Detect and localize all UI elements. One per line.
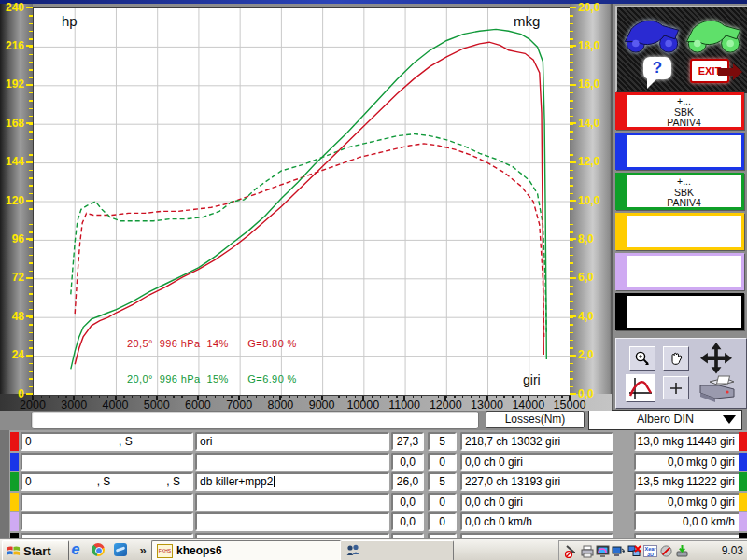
internet-explorer-icon[interactable]: e: [67, 541, 84, 558]
power-result: 0,0 ch 0 giri: [460, 453, 613, 471]
hp-tick: [26, 161, 33, 163]
readout-bar[interactable]: [31, 411, 479, 429]
power-result: 0,0 ch 0 giri: [460, 493, 613, 511]
command-panel: ? EXIT: [615, 6, 747, 93]
run-label-field[interactable]: [195, 493, 389, 511]
run-name-field[interactable]: [21, 453, 193, 471]
memory-slot-4[interactable]: [615, 213, 744, 250]
volume-blocked-icon[interactable]: [659, 544, 673, 558]
hp-tick-label: 24: [0, 349, 24, 361]
taskbar: Start e» FKHS kheops6 Xear3D9.03: [0, 538, 747, 560]
runs-table: 0 , Sori27,35218,7 ch 13032 giri13,0 mkg…: [0, 430, 747, 538]
zoom-tool-button[interactable]: [629, 346, 655, 371]
display-color-icon[interactable]: [596, 544, 610, 558]
torque-result: 13,0 mkg 11448 giri: [634, 432, 740, 451]
mkg-tick: [570, 238, 576, 240]
run-name-field[interactable]: [21, 493, 193, 511]
slot-color-bar: [615, 92, 624, 130]
run-name-field[interactable]: [21, 512, 193, 531]
add-tool-button[interactable]: [663, 376, 689, 399]
curve-tool-button[interactable]: [626, 374, 655, 402]
run-conditions-red: 20,5° 996 hPa 14% G=8.80 %: [127, 338, 297, 349]
slot-color-bar: [615, 173, 624, 210]
run-label-field[interactable]: db killer+mpp2: [195, 472, 389, 491]
media-app-icon[interactable]: [112, 541, 129, 558]
hp-tick: [26, 315, 33, 317]
rpm-tick-label: 5000: [136, 399, 177, 412]
table-row: 0,000,0 ch 0 km/h0,0 0 km/h: [0, 512, 747, 531]
table-row: 0,000,0 ch 0 giri0,0 mkg 0 giri: [0, 493, 747, 511]
run-color-chip: [739, 432, 747, 451]
runs-count[interactable]: 5: [428, 432, 457, 451]
task-label: kheops6: [176, 544, 222, 557]
slot-color-bar: [615, 293, 624, 330]
xear-3d-icon[interactable]: Xear3D: [643, 544, 657, 558]
pan-tool-button[interactable]: [663, 346, 689, 371]
exit-button[interactable]: EXIT: [690, 59, 742, 85]
rpm-tick-label: 8000: [260, 399, 301, 412]
start-button[interactable]: Start: [2, 540, 69, 560]
kheops-dyno-app: 0 24 48 72 96 120 144 168 192: [0, 0, 747, 560]
wireless-display-icon[interactable]: [612, 544, 626, 558]
losses-button[interactable]: Losses(Nm): [486, 411, 585, 428]
exit-arrow-icon: [718, 68, 733, 76]
run-color-chip: [10, 472, 19, 491]
hp-tick: [26, 238, 33, 240]
rpm-tick-label: 10000: [343, 399, 384, 412]
quick-launch-overflow[interactable]: »: [134, 541, 151, 558]
hp-tick: [26, 45, 33, 47]
mkg-tick: [570, 7, 576, 8]
mkg-tick: [570, 45, 576, 47]
slot-color-bar: [615, 213, 624, 250]
hp-tick: [26, 84, 33, 86]
slot-face: [624, 213, 744, 250]
taskbar-task-kheops6[interactable]: FKHS kheops6: [151, 540, 347, 560]
mkg-tick-label: 8,0: [578, 233, 610, 245]
run-color-chip: [739, 453, 747, 471]
smoothing-value[interactable]: 26,0: [391, 472, 424, 491]
hp-tick: [26, 122, 33, 124]
smoothing-value[interactable]: 0,0: [391, 512, 424, 531]
safely-remove-icon[interactable]: [675, 544, 689, 558]
bike-green-button[interactable]: [684, 15, 742, 54]
move-graph-tool[interactable]: [698, 343, 734, 374]
memory-slot-3[interactable]: +...SBKPANIV4: [615, 173, 744, 210]
help-button[interactable]: ?: [643, 57, 671, 79]
hp-tick-label: 120: [0, 195, 24, 207]
slot-face: [624, 133, 744, 170]
run-label-field[interactable]: [195, 453, 389, 471]
memory-slot-5[interactable]: [615, 253, 744, 290]
network-error-icon[interactable]: [627, 544, 641, 558]
runs-count[interactable]: 0: [428, 512, 457, 531]
run-name-field[interactable]: 0 , S , S: [21, 472, 193, 491]
smoothing-value[interactable]: 0,0: [391, 493, 424, 511]
smoothing-value[interactable]: 0,0: [391, 453, 424, 471]
text-cursor: [274, 476, 275, 487]
runs-count[interactable]: 5: [428, 472, 457, 491]
plot-area[interactable]: hp mkg giri 20,5° 996 hPa 14% G=8.80 % 2…: [33, 7, 571, 396]
run-label-field[interactable]: ori: [195, 432, 389, 451]
run-name-field[interactable]: 0 , S: [21, 432, 193, 451]
hp-tick-label: 96: [0, 233, 24, 245]
memory-slot-6[interactable]: [615, 293, 744, 330]
rpm-tick-label: 14000: [508, 399, 549, 412]
shaft-selector[interactable]: Albero DIN: [588, 410, 742, 430]
print-blocked-icon[interactable]: [564, 544, 578, 558]
rpm-tick-label: 11000: [384, 399, 425, 412]
hand-icon: [669, 351, 684, 367]
mkg-tick-label: 12,0: [578, 156, 610, 168]
mkg-tick: [570, 355, 576, 357]
bike-blue-button[interactable]: [623, 15, 681, 54]
memory-slot-1[interactable]: +...SBKPANIV4: [615, 92, 744, 130]
smoothing-value[interactable]: 27,3: [391, 432, 424, 451]
runs-count[interactable]: 0: [428, 493, 457, 511]
chrome-icon[interactable]: [90, 541, 106, 558]
print-tool[interactable]: [697, 374, 738, 404]
runs-count[interactable]: 0: [428, 453, 457, 471]
taskbar-task-2[interactable]: [340, 540, 454, 560]
memory-slot-2[interactable]: [615, 133, 744, 170]
printer-icon[interactable]: [580, 544, 594, 558]
table-row: 0 , S , Sdb killer+mpp226,05227,0 ch 131…: [0, 472, 747, 491]
slot-label: +...: [627, 96, 741, 107]
run-label-field[interactable]: [195, 512, 389, 531]
